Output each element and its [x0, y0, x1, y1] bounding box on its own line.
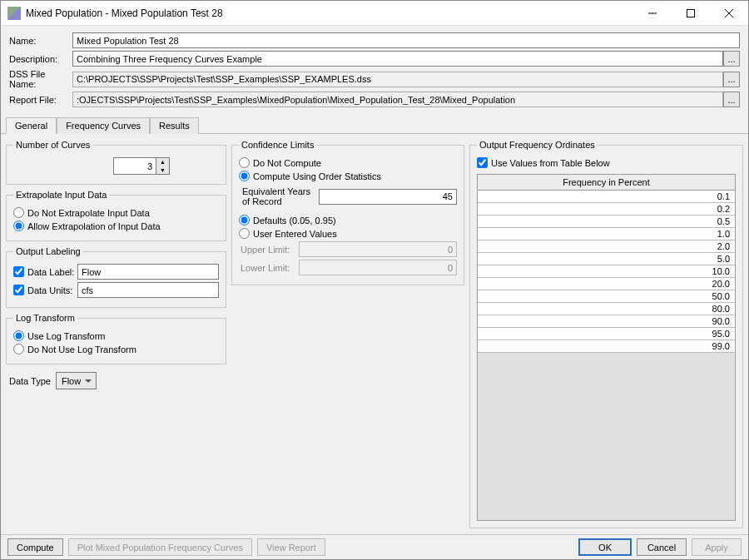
compute-order-radio[interactable]: [239, 171, 250, 181]
extrapolate-group: Extrapolate Input Data Do Not Extrapolat…: [6, 190, 226, 241]
extrap-no-radio[interactable]: [13, 207, 24, 218]
number-of-curves-value[interactable]: [113, 157, 156, 175]
frequency-row[interactable]: 10.0: [478, 265, 735, 278]
spinner-up-button[interactable]: ▲: [156, 158, 169, 166]
user-entered-radio[interactable]: [239, 228, 250, 239]
ok-button[interactable]: OK: [578, 538, 632, 556]
close-button[interactable]: [710, 1, 748, 26]
dss-file-label: DSS File Name:: [9, 69, 72, 89]
data-label-input[interactable]: [77, 264, 219, 280]
output-labeling-group: Output Labeling Data Label: Data Units:: [6, 246, 226, 308]
extrap-yes-label: Allow Extrapolation of Input Data: [27, 221, 161, 231]
spinner-down-button[interactable]: ▼: [156, 166, 169, 175]
ellipsis-icon: ...: [727, 54, 735, 64]
use-values-label: Use Values from Table Below: [491, 158, 610, 168]
number-of-curves-group: Number of Curves ▲ ▼: [6, 140, 226, 185]
dss-file-browse-button[interactable]: ...: [723, 72, 740, 87]
app-icon: [7, 7, 21, 20]
extrapolate-legend: Extrapolate Input Data: [13, 190, 109, 200]
apply-button: Apply: [692, 538, 742, 556]
log-no-label: Do Not Use Log Transform: [27, 344, 136, 354]
plot-button: Plot Mixed Population Frequency Curves: [68, 538, 252, 556]
log-yes-label: Use Log Transform: [27, 331, 106, 341]
description-input[interactable]: [72, 51, 723, 67]
close-icon: [725, 9, 733, 17]
data-units-input[interactable]: [77, 282, 219, 298]
dss-file-input[interactable]: [72, 72, 723, 87]
log-transform-group: Log Transform Use Log Transform Do Not U…: [6, 313, 226, 364]
defaults-radio[interactable]: [239, 215, 250, 225]
report-file-browse-button[interactable]: ...: [723, 92, 740, 107]
minimize-button[interactable]: [633, 1, 672, 26]
frequency-row[interactable]: 1.0: [478, 228, 735, 240]
frequency-row[interactable]: 0.5: [478, 216, 735, 228]
frequency-row[interactable]: 2.0: [478, 240, 735, 253]
tab-results[interactable]: Results: [150, 117, 199, 134]
data-label-checkbox[interactable]: [13, 266, 24, 277]
report-file-input[interactable]: [72, 92, 723, 107]
cancel-button[interactable]: Cancel: [637, 538, 687, 556]
maximize-button[interactable]: [672, 1, 710, 26]
frequency-row[interactable]: 5.0: [478, 253, 735, 265]
confidence-limits-group: Confidence Limits Do Not Compute Compute…: [231, 140, 464, 285]
tab-strip: General Frequency Curves Results: [1, 116, 748, 134]
report-file-label: Report File:: [9, 95, 72, 105]
equiv-years-input[interactable]: [319, 189, 457, 205]
frequency-row[interactable]: 99.0: [478, 340, 735, 353]
frequency-table-body[interactable]: 0.10.20.51.02.05.010.020.050.080.090.095…: [478, 191, 735, 520]
frequency-row[interactable]: 90.0: [478, 315, 735, 328]
data-units-label: Data Units:: [27, 285, 77, 295]
log-yes-radio[interactable]: [13, 330, 24, 341]
maximize-icon: [687, 9, 695, 17]
equiv-years-label: Equivalent Years of Record: [242, 186, 319, 206]
frequency-row[interactable]: 20.0: [478, 278, 735, 290]
minimize-icon: [648, 9, 657, 17]
app-window: Mixed Population - Mixed Population Test…: [0, 0, 749, 560]
tab-frequency-curves[interactable]: Frequency Curves: [57, 117, 150, 134]
description-browse-button[interactable]: ...: [723, 51, 740, 67]
number-of-curves-spinner[interactable]: ▲ ▼: [113, 157, 170, 175]
number-of-curves-legend: Number of Curves: [13, 140, 92, 150]
name-label: Name:: [9, 36, 72, 46]
frequency-column-header: Frequency in Percent: [478, 175, 735, 191]
output-frequency-ordinates-legend: Output Frequency Ordinates: [477, 140, 598, 150]
frequency-row[interactable]: 50.0: [478, 290, 735, 303]
data-type-select[interactable]: Flow: [56, 372, 97, 389]
upper-limit-input: [299, 241, 457, 257]
header-form: Name: Description: ... DSS File Name: ..…: [1, 26, 748, 115]
data-label-label: Data Label:: [27, 267, 77, 277]
do-not-compute-label: Do Not Compute: [253, 158, 321, 168]
name-input[interactable]: [72, 32, 740, 48]
svg-rect-0: [687, 9, 695, 17]
frequency-row[interactable]: 95.0: [478, 328, 735, 340]
view-report-button: View Report: [257, 538, 325, 556]
output-frequency-ordinates-group: Output Frequency Ordinates Use Values fr…: [469, 140, 743, 528]
data-type-value: Flow: [62, 376, 81, 386]
lower-limit-input: [299, 260, 457, 275]
footer: Compute Plot Mixed Population Frequency …: [1, 534, 748, 559]
compute-order-label: Compute Using Order Statistics: [253, 171, 381, 181]
ellipsis-icon: ...: [727, 95, 735, 105]
frequency-table: Frequency in Percent 0.10.20.51.02.05.01…: [477, 174, 736, 521]
frequency-row[interactable]: 80.0: [478, 303, 735, 315]
extrap-no-label: Do Not Extrapolate Input Data: [27, 208, 150, 218]
tab-content-general: Number of Curves ▲ ▼ Extrapolate Input D…: [1, 134, 748, 534]
data-units-checkbox[interactable]: [13, 285, 24, 295]
use-values-checkbox[interactable]: [477, 157, 488, 168]
ellipsis-icon: ...: [727, 74, 735, 84]
titlebar: Mixed Population - Mixed Population Test…: [1, 1, 748, 26]
frequency-row[interactable]: 0.2: [478, 203, 735, 216]
upper-limit-label: Upper Limit:: [241, 245, 299, 255]
do-not-compute-radio[interactable]: [239, 157, 250, 168]
user-entered-label: User Entered Values: [253, 229, 337, 239]
description-label: Description:: [9, 54, 72, 64]
tab-general[interactable]: General: [6, 117, 57, 134]
frequency-row[interactable]: 0.1: [478, 191, 735, 203]
window-title: Mixed Population - Mixed Population Test…: [26, 7, 633, 19]
lower-limit-label: Lower Limit:: [241, 263, 299, 273]
compute-button[interactable]: Compute: [7, 538, 63, 556]
extrap-yes-radio[interactable]: [13, 221, 24, 231]
data-type-label: Data Type: [9, 376, 51, 386]
confidence-limits-legend: Confidence Limits: [239, 140, 316, 150]
log-no-radio[interactable]: [13, 344, 24, 354]
